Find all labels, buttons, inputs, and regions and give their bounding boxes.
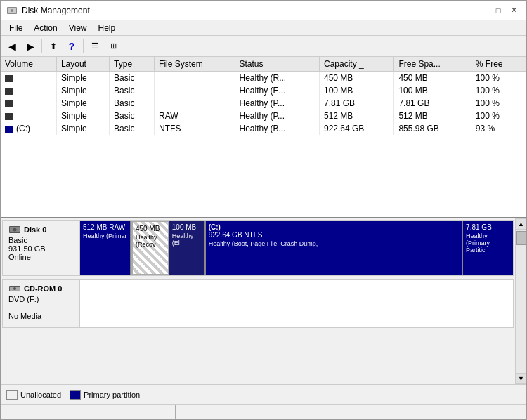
table-cell: Healthy (B...	[235, 122, 319, 135]
svg-point-2	[11, 9, 13, 12]
vscroll-track	[516, 230, 526, 373]
table-cell: Basic	[110, 110, 155, 122]
main-content: Volume Layout Type File System Status Ca…	[1, 57, 526, 404]
menu-file[interactable]: File	[4, 22, 28, 34]
volume-icon	[5, 126, 13, 133]
disk0-partition2[interactable]: 450 MB Healthy (Recov	[131, 221, 169, 275]
back-button[interactable]: ◀	[4, 38, 20, 55]
volume-icon	[5, 75, 13, 82]
cdrom0-drive: DVD (F:)	[8, 295, 73, 303]
col-freespace[interactable]: Free Spa...	[394, 57, 471, 72]
col-layout[interactable]: Layout	[56, 57, 109, 72]
table-cell: Healthy (R...	[235, 72, 319, 85]
table-cell: 855.98 GB	[394, 122, 471, 135]
table-cell: Simple	[56, 110, 109, 122]
disk0-status: Online	[8, 253, 73, 261]
table-cell: 512 MB	[319, 110, 393, 122]
legend-unallocated: Unallocated	[6, 390, 61, 400]
table-row[interactable]: SimpleBasicHealthy (P...7.81 GB7.81 GB10…	[1, 97, 526, 110]
table-cell: Healthy (P...	[235, 97, 319, 110]
vscroll-up-button[interactable]: ▲	[516, 218, 526, 230]
table-cell: 450 MB	[319, 72, 393, 85]
disk0-partition4[interactable]: (C:) 922.64 GB NTFS Healthy (Boot, Page …	[206, 221, 463, 275]
toolbar: ◀ ▶ ⬆ ? ☰ ⊞	[1, 36, 526, 57]
disk0-label: Disk 0 Basic 931.50 GB Online	[2, 220, 79, 276]
cdrom0-media: No Media	[8, 312, 73, 320]
vscroll-down-button[interactable]: ▼	[516, 373, 526, 384]
menu-action[interactable]: Action	[28, 22, 63, 34]
help-button[interactable]: ?	[63, 38, 80, 55]
menu-view[interactable]: View	[63, 22, 93, 34]
table-cell: NTFS	[155, 122, 235, 135]
table-cell: 100 MB	[394, 84, 471, 97]
table-cell: 93 %	[471, 122, 526, 135]
table-cell	[155, 72, 235, 85]
table-cell: Simple	[56, 84, 109, 97]
window-controls: ─ □ ✕	[476, 4, 521, 18]
table-row[interactable]: (C:)SimpleBasicNTFSHealthy (B...922.64 G…	[1, 122, 526, 135]
table-cell: Basic	[110, 84, 155, 97]
table-row[interactable]: SimpleBasicRAWHealthy (P...512 MB512 MB1…	[1, 110, 526, 122]
col-pctfree[interactable]: % Free	[471, 57, 526, 72]
col-status[interactable]: Status	[235, 57, 319, 72]
table-cell	[155, 97, 235, 110]
menu-help[interactable]: Help	[93, 22, 122, 34]
col-volume[interactable]: Volume	[1, 57, 56, 72]
table-cell: Simple	[56, 72, 109, 85]
volume-table: Volume Layout Type File System Status Ca…	[1, 57, 526, 135]
table-cell: 512 MB	[394, 110, 471, 122]
disk-visual-scroll: Disk 0 Basic 931.50 GB Online 512 MB RAW…	[1, 218, 526, 384]
table-cell	[155, 84, 235, 97]
disk0-partition5[interactable]: 7.81 GB Healthy (Primary Partitic	[463, 221, 513, 275]
vscroll-bar: ▲ ▼	[515, 218, 526, 384]
title-bar: Disk Management ─ □ ✕	[1, 1, 526, 20]
status-segment-1	[1, 405, 176, 419]
table-cell: 100 %	[471, 84, 526, 97]
col-filesystem[interactable]: File System	[155, 57, 235, 72]
table-cell: 100 %	[471, 97, 526, 110]
disk0-partitions: 512 MB RAW Healthy (Primar 450 MB Health…	[79, 220, 514, 276]
volume-icon	[5, 88, 13, 95]
cdrom0-content	[79, 279, 514, 328]
col-type[interactable]: Type	[110, 57, 155, 72]
menu-bar: File Action View Help	[1, 20, 526, 36]
disk0-size: 931.50 GB	[8, 244, 73, 253]
disk0-partition1[interactable]: 512 MB RAW Healthy (Primar	[80, 221, 131, 275]
minimize-button[interactable]: ─	[476, 4, 490, 18]
table-row[interactable]: SimpleBasicHealthy (R...450 MB450 MB100 …	[1, 72, 526, 85]
table-cell: 100 %	[471, 72, 526, 85]
table-row[interactable]: SimpleBasicHealthy (E...100 MB100 MB100 …	[1, 84, 526, 97]
cdrom0-label: CD-ROM 0 DVD (F:) No Media	[2, 279, 79, 328]
vscroll-thumb[interactable]	[516, 231, 526, 245]
table-cell: 7.81 GB	[319, 97, 393, 110]
col-capacity[interactable]: Capacity _	[319, 57, 393, 72]
svg-point-5	[13, 228, 17, 232]
volume-icon	[5, 100, 13, 107]
list-button[interactable]: ☰	[86, 38, 103, 55]
table-cell: 100 %	[471, 110, 526, 122]
up-button[interactable]: ⬆	[45, 38, 62, 55]
close-button[interactable]: ✕	[507, 4, 521, 18]
toolbar-separator-2	[83, 39, 84, 53]
cdrom0-name: CD-ROM 0	[24, 284, 62, 293]
table-cell: Basic	[110, 97, 155, 110]
disk0-row: Disk 0 Basic 931.50 GB Online 512 MB RAW…	[2, 220, 514, 276]
forward-button[interactable]: ▶	[22, 38, 39, 55]
table-cell: 922.64 GB	[319, 122, 393, 135]
disk0-name: Disk 0	[24, 225, 46, 234]
status-bar	[1, 404, 526, 419]
status-segment-3	[351, 405, 526, 419]
volume-table-area: Volume Layout Type File System Status Ca…	[1, 57, 526, 218]
legend-primary-box	[70, 390, 81, 400]
cdrom0-row: CD-ROM 0 DVD (F:) No Media	[2, 279, 514, 328]
table-cell: Simple	[56, 122, 109, 135]
volume-icon	[5, 113, 13, 120]
maximize-button[interactable]: □	[491, 4, 505, 18]
window-title: Disk Management	[22, 6, 90, 15]
table-cell: RAW	[155, 110, 235, 122]
table-cell: 450 MB	[394, 72, 471, 85]
disk0-partition3[interactable]: 100 MB Healthy (El	[169, 221, 206, 275]
detail-button[interactable]: ⊞	[105, 38, 122, 55]
cdrom-icon	[8, 284, 21, 294]
app-icon	[6, 5, 18, 16]
